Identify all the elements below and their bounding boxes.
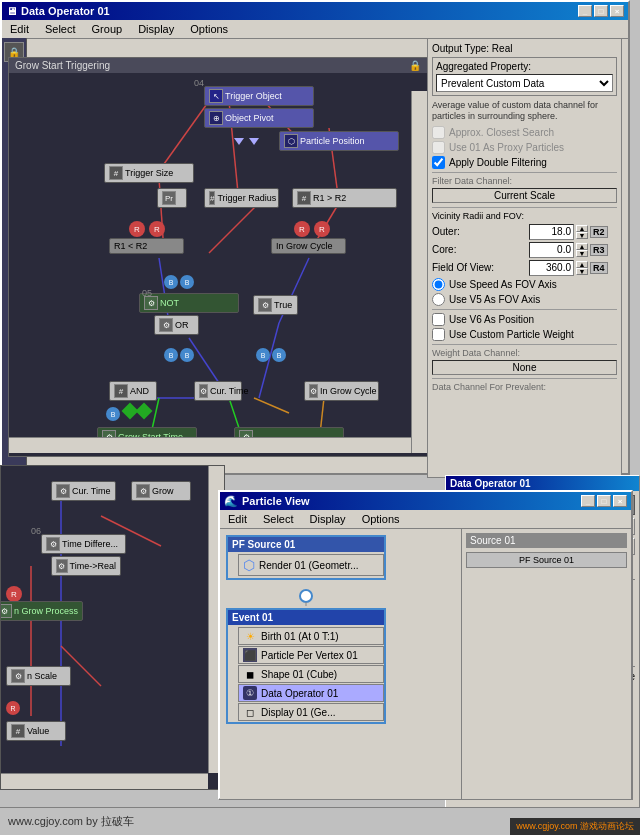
node-editor-title: Grow Start Triggering 🔒 <box>9 58 427 73</box>
node-particle-position[interactable]: ⬡ Particle Position <box>279 131 399 151</box>
bottom-node-cur-time[interactable]: ⚙ Cur. Time <box>51 481 116 501</box>
fov-input[interactable] <box>529 260 574 276</box>
radio-v5-input[interactable] <box>432 293 445 306</box>
checkbox-double-filter-input[interactable] <box>432 156 445 169</box>
radio-speed-input[interactable] <box>432 278 445 291</box>
pv-render-item[interactable]: ⬡ Render 01 (Geometr... <box>238 554 384 576</box>
aggregated-property-select[interactable]: Prevalent Custom Data <box>436 74 613 92</box>
pv-item-display[interactable]: ◻ Display 01 (Ge... <box>238 703 384 721</box>
node-trigger-size[interactable]: # Trigger Size <box>104 163 194 183</box>
node-r1-lt-r2[interactable]: In Grow Cycle <box>271 238 346 254</box>
node-in-grow-cycle-1[interactable]: ⚙ NOT <box>139 293 239 313</box>
right-panel: Output Type: Real Aggregated Property: P… <box>427 38 622 478</box>
b-circle-1: B <box>164 275 178 289</box>
output-type: Output Type: Real <box>432 43 617 54</box>
outer-input[interactable] <box>529 224 574 240</box>
core-down[interactable]: ▼ <box>576 250 588 257</box>
pv-event-box[interactable]: Event 01 ☀ Birth 01 (At 0 T:1) ⬛ Particl… <box>226 608 386 724</box>
weight-dc-value: None <box>432 360 617 375</box>
radio-speed: Use Speed As FOV Axis <box>432 278 617 291</box>
node-true[interactable]: # AND <box>109 381 157 401</box>
bottom-r-circle-1: R <box>6 586 22 602</box>
node-trigger-radius-label: R1 > R2 <box>313 193 346 203</box>
node-distance[interactable]: # Trigger Radius <box>204 188 279 208</box>
node-proxy[interactable]: Pr <box>157 188 187 208</box>
node-editor-scrollbar-v[interactable] <box>411 91 427 453</box>
pv-connection-svg <box>226 586 386 606</box>
bottom-icon-cur-time: ⚙ <box>56 484 70 498</box>
fov-up[interactable]: ▲ <box>576 261 588 268</box>
node-object-pivot[interactable]: ⊕ Object Pivot <box>204 108 314 128</box>
main-window: 🖥 Data Operator 01 _ □ × Edit Select Gro… <box>0 0 630 475</box>
menu-display[interactable]: Display <box>134 22 178 36</box>
pv-close-button[interactable]: × <box>613 495 627 507</box>
node-or[interactable]: ⚙ True <box>253 295 298 315</box>
pv-menu-select[interactable]: Select <box>259 512 298 526</box>
checkbox-double-filter-label: Apply Double Filtering <box>449 157 547 168</box>
bottom-left-panel: ⚙ Cur. Time ⚙ Grow 06 ⚙ Time Differe... … <box>0 465 225 790</box>
node-and[interactable]: ⚙ Cur. Time <box>194 381 242 401</box>
pv-item-shape[interactable]: ◼ Shape 01 (Cube) <box>238 665 384 683</box>
checkbox-custom-particle-input[interactable] <box>432 328 445 341</box>
bottom-node-in-grow[interactable]: ⚙ n Grow Process <box>0 601 83 621</box>
node-label-04: 04 <box>194 78 204 88</box>
checkbox-proxy-input[interactable] <box>432 141 445 154</box>
pv-source-box[interactable]: PF Source 01 ⬡ Render 01 (Geometr... <box>226 535 386 580</box>
checkbox-v6-input[interactable] <box>432 313 445 326</box>
menu-group[interactable]: Group <box>88 22 127 36</box>
checkbox-double-filter: Apply Double Filtering <box>432 156 617 169</box>
pv-maximize-button[interactable]: □ <box>597 495 611 507</box>
node-cur-time[interactable]: ⚙ In Grow Cycle <box>304 381 379 401</box>
node-trigger-radius[interactable]: # R1 > R2 <box>292 188 397 208</box>
menu-edit[interactable]: Edit <box>6 22 33 36</box>
pv-item-birth[interactable]: ☀ Birth 01 (At 0 T:1) <box>238 627 384 645</box>
pv-item-dataop[interactable]: ① Data Operator 01 <box>238 684 384 702</box>
node-editor-scrollbar-h[interactable] <box>9 437 411 453</box>
pv-item-ppv[interactable]: ⬛ Particle Per Vertex 01 <box>238 646 384 664</box>
core-label: Core: <box>432 244 527 255</box>
node-icon-hash-size: # <box>109 166 123 180</box>
bottom-node-value[interactable]: # Value <box>6 721 66 741</box>
pv-menu-options[interactable]: Options <box>358 512 404 526</box>
fov-arrows: ▲ ▼ <box>576 261 588 275</box>
core-input[interactable] <box>529 242 574 258</box>
node-distance-label: Trigger Radius <box>217 193 276 203</box>
svg-point-22 <box>300 590 312 602</box>
bottom-scale-inner[interactable]: ⚙ n Scale <box>6 666 71 686</box>
close-button[interactable]: × <box>610 5 624 17</box>
menu-options[interactable]: Options <box>186 22 232 36</box>
data-op-title: Data Operator 01 <box>450 478 531 489</box>
bottom-node-grow[interactable]: ⚙ Grow <box>131 481 191 501</box>
bottom-in-grow-label: n Grow Process <box>14 606 78 616</box>
outer-down[interactable]: ▼ <box>576 232 588 239</box>
node-object-pivot-label: Object Pivot <box>225 113 274 123</box>
pv-source-header: PF Source 01 <box>228 537 384 552</box>
menu-select[interactable]: Select <box>41 22 80 36</box>
node-canvas[interactable]: 04 ↖ Trigger Object ⊕ Object Pivot ⬡ Par… <box>9 73 427 453</box>
pv-menubar: Edit Select Display Options <box>220 510 631 529</box>
bottom-scale-label: n Scale <box>27 671 57 681</box>
checkbox-v6-label: Use V6 As Position <box>449 314 534 325</box>
pv-menu-display[interactable]: Display <box>306 512 350 526</box>
filter-dc-label: Filter Data Channel: <box>432 176 617 186</box>
pv-item-dataop-label: Data Operator 01 <box>261 688 338 699</box>
bottom-left-scrollbar-h[interactable] <box>1 773 208 789</box>
pv-minimize-button[interactable]: _ <box>581 495 595 507</box>
pv-content: PF Source 01 ⬡ Render 01 (Geometr... Eve… <box>220 529 631 799</box>
bottom-node-time-diff[interactable]: ⚙ Time Differe... <box>41 534 126 554</box>
b-circle-bottom: B <box>106 407 120 421</box>
checkbox-approx-input[interactable] <box>432 126 445 139</box>
fov-down[interactable]: ▼ <box>576 268 588 275</box>
outer-up[interactable]: ▲ <box>576 225 588 232</box>
bottom-node-time-real[interactable]: ⚙ Time->Real <box>51 556 121 576</box>
pv-menu-edit[interactable]: Edit <box>224 512 251 526</box>
core-up[interactable]: ▲ <box>576 243 588 250</box>
minimize-button[interactable]: _ <box>578 5 592 17</box>
node-not[interactable]: ⚙ OR <box>154 315 199 335</box>
bottom-grow-label: Grow <box>152 486 174 496</box>
node-r1-gt-r2[interactable]: R1 < R2 <box>109 238 184 254</box>
maximize-button[interactable]: □ <box>594 5 608 17</box>
radio-v5: Use V5 As FOV Axis <box>432 293 617 306</box>
pv-item-shape-label: Shape 01 (Cube) <box>261 669 337 680</box>
node-trigger-object[interactable]: ↖ Trigger Object <box>204 86 314 106</box>
